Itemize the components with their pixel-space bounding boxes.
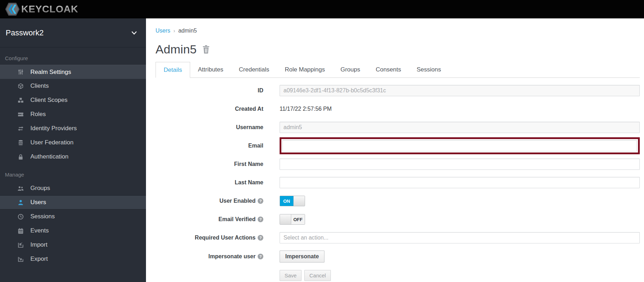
- toggle-off-label: OFF: [291, 214, 305, 224]
- form-row-user-enabled: User Enabled ON: [156, 195, 640, 207]
- sidebar-item-label: Authentication: [30, 153, 69, 160]
- delete-user-trash-icon[interactable]: [202, 45, 210, 54]
- created-at-value: 11/17/22 2:57:56 PM: [280, 106, 332, 112]
- created-at-label: Created At: [156, 106, 263, 112]
- sidebar-item-label: Users: [30, 199, 46, 206]
- sidebar-item-label: User Federation: [30, 139, 74, 146]
- cubes-icon: [17, 97, 24, 103]
- sidebar-section-manage: Manage: [0, 164, 146, 181]
- sidebar-item-label: Roles: [30, 111, 46, 118]
- top-navbar: KEYCLOAK: [0, 0, 644, 18]
- sidebar-item-realm-settings[interactable]: Realm Settings: [0, 65, 146, 79]
- form-row-actions: Save Cancel: [156, 270, 640, 281]
- toggle-on-label: ON: [280, 196, 293, 206]
- sidebar-item-label: Realm Settings: [30, 69, 71, 76]
- impersonate-label: Impersonate user: [156, 253, 263, 260]
- sidebar-section-configure: Configure: [0, 47, 146, 65]
- tab-consents[interactable]: Consents: [368, 62, 409, 77]
- sidebar-item-label: Sessions: [30, 213, 55, 220]
- sidebar-item-roles[interactable]: Roles: [0, 107, 146, 121]
- sidebar-item-client-scopes[interactable]: Client Scopes: [0, 93, 146, 107]
- last-name-label: Last Name: [156, 179, 263, 186]
- export-icon: [17, 256, 24, 262]
- user-enabled-label: User Enabled: [156, 198, 263, 204]
- sidebar-item-groups[interactable]: Groups: [0, 181, 146, 195]
- sliders-icon: [17, 69, 24, 75]
- first-name-input[interactable]: [280, 159, 640, 170]
- sidebar-item-label: Identity Providers: [30, 125, 77, 132]
- calendar-icon: [17, 228, 24, 234]
- arrows-swap-icon: [17, 126, 24, 132]
- tab-details[interactable]: Details: [156, 62, 190, 78]
- required-actions-select[interactable]: [280, 232, 640, 243]
- sidebar-item-clients[interactable]: Clients: [0, 79, 146, 93]
- impersonate-button[interactable]: Impersonate: [280, 251, 324, 263]
- person-icon: [17, 200, 24, 206]
- page-title: Admin5: [156, 42, 197, 56]
- import-icon: [17, 242, 24, 248]
- email-label: Email: [156, 143, 263, 149]
- sidebar-item-user-federation[interactable]: User Federation: [0, 136, 146, 150]
- keycloak-logo[interactable]: KEYCLOAK: [4, 1, 78, 17]
- form-row-impersonate: Impersonate user Impersonate: [156, 251, 640, 263]
- realm-name: Passwork2: [6, 28, 44, 38]
- sidebar-item-label: Groups: [30, 185, 50, 192]
- tab-role-mappings[interactable]: Role Mappings: [277, 62, 333, 77]
- form-row-email: Email: [156, 140, 640, 151]
- people-icon: [17, 185, 24, 191]
- username-input: [280, 122, 640, 133]
- cancel-button[interactable]: Cancel: [304, 270, 331, 281]
- user-tabs: Details Attributes Credentials Role Mapp…: [156, 62, 640, 78]
- realm-selector[interactable]: Passwork2: [0, 18, 146, 47]
- required-actions-label: Required User Actions: [156, 235, 263, 241]
- toggle-handle: [293, 196, 305, 206]
- user-details-form: ID Created At 11/17/22 2:57:56 PM Userna…: [156, 85, 640, 281]
- keycloak-admin-console: KEYCLOAK Passwork2 Configure Realm Setti…: [0, 0, 644, 282]
- tab-sessions[interactable]: Sessions: [409, 62, 449, 77]
- email-verified-toggle[interactable]: OFF: [280, 214, 305, 225]
- help-question-icon: [258, 217, 263, 222]
- form-row-first-name: First Name: [156, 159, 640, 170]
- id-input: [280, 85, 640, 96]
- tab-groups[interactable]: Groups: [333, 62, 368, 77]
- chevron-down-icon: [131, 31, 137, 35]
- sidebar-item-events[interactable]: Events: [0, 224, 146, 238]
- sidebar-item-label: Import: [30, 241, 47, 248]
- sidebar-item-sessions[interactable]: Sessions: [0, 209, 146, 224]
- id-label: ID: [156, 87, 263, 94]
- form-row-email-verified: Email Verified OFF: [156, 214, 640, 225]
- sidebar-item-label: Export: [30, 255, 48, 263]
- email-input[interactable]: [282, 140, 637, 151]
- save-button[interactable]: Save: [280, 270, 301, 281]
- help-question-icon: [258, 235, 263, 241]
- sidebar-item-label: Client Scopes: [30, 97, 68, 104]
- toggle-handle: [280, 214, 291, 224]
- sidebar-item-users[interactable]: Users: [0, 195, 146, 209]
- form-row-username: Username: [156, 122, 640, 133]
- breadcrumb-users-link[interactable]: Users: [156, 28, 170, 34]
- sidebar-item-import[interactable]: Import: [0, 238, 146, 252]
- sidebar-item-label: Clients: [30, 82, 49, 90]
- first-name-label: First Name: [156, 161, 263, 167]
- keycloak-logo-text: KEYCLOAK: [21, 4, 78, 15]
- user-enabled-toggle[interactable]: ON: [280, 196, 305, 206]
- help-question-icon: [258, 254, 263, 259]
- last-name-input[interactable]: [280, 177, 640, 188]
- email-highlight-box: [280, 137, 640, 154]
- cube-icon: [17, 83, 24, 89]
- sidebar-item-identity-providers[interactable]: Identity Providers: [0, 121, 146, 136]
- tab-credentials[interactable]: Credentials: [231, 62, 277, 77]
- sidebar-item-authentication[interactable]: Authentication: [0, 150, 146, 164]
- breadcrumb-current: admin5: [178, 28, 197, 34]
- list-icon: [17, 111, 24, 117]
- tab-attributes[interactable]: Attributes: [190, 62, 231, 77]
- clock-icon: [17, 214, 24, 220]
- sidebar-item-export[interactable]: Export: [0, 252, 146, 266]
- breadcrumb: Users › admin5: [156, 28, 640, 34]
- main-content: Users › admin5 Admin5 Details Attributes…: [146, 18, 644, 282]
- sidebar-item-label: Events: [30, 227, 49, 234]
- sidebar: Passwork2 Configure Realm Settings Clien…: [0, 18, 146, 282]
- keycloak-logo-icon: [4, 1, 21, 17]
- database-icon: [17, 140, 24, 146]
- form-row-id: ID: [156, 85, 640, 96]
